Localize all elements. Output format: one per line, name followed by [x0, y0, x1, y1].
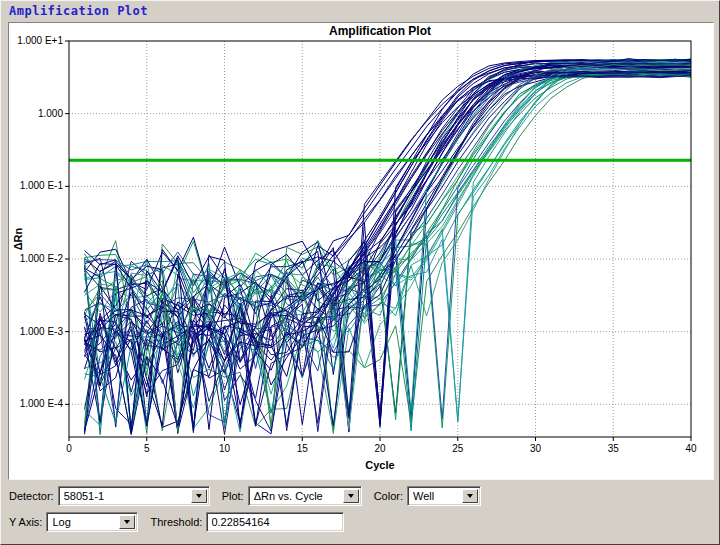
- amplification-plot-window: Amplification Plot 05101520253035401.000…: [0, 0, 720, 545]
- plot-label: Plot:: [222, 490, 244, 502]
- window-title: Amplification Plot: [9, 4, 148, 18]
- threshold-input[interactable]: [206, 512, 344, 532]
- chart-panel: 05101520253035401.000 E+11.0001.000 E-11…: [8, 22, 714, 480]
- chevron-down-icon: [467, 494, 473, 498]
- amplification-curve: [85, 69, 692, 433]
- threshold-label: Threshold:: [150, 516, 202, 528]
- controls-row-2: Y Axis: Log Threshold:: [1, 511, 720, 533]
- amplification-curve: [85, 60, 692, 432]
- y-axis-label: ΔRn: [12, 227, 24, 250]
- y-tick-label: 1.000 E-4: [20, 398, 64, 409]
- chevron-down-icon: [124, 520, 130, 524]
- y-tick-label: 1.000 E-1: [20, 180, 64, 191]
- amplification-curve: [85, 64, 692, 426]
- amplification-curve: [85, 72, 692, 420]
- amplification-curve: [85, 62, 692, 431]
- plot-value: ΔRn vs. Cycle: [249, 487, 341, 505]
- chart-title: Amplification Plot: [329, 24, 431, 38]
- chevron-down-icon: [348, 494, 354, 498]
- amplification-curve: [85, 68, 692, 434]
- amplification-curve: [85, 60, 692, 434]
- amplification-curve: [85, 60, 692, 430]
- amplification-plot-chart[interactable]: 05101520253035401.000 E+11.0001.000 E-11…: [9, 23, 713, 479]
- detector-label: Detector:: [9, 490, 54, 502]
- y-axis-label-control: Y Axis:: [9, 516, 42, 528]
- controls-row-1: Detector: 58051-1 Plot: ΔRn vs. Cycle Co…: [1, 485, 720, 507]
- x-tick-label: 15: [297, 443, 309, 454]
- x-tick-label: 10: [219, 443, 231, 454]
- amplification-curve: [85, 64, 692, 424]
- color-label: Color:: [374, 490, 403, 502]
- chevron-down-icon[interactable]: [119, 515, 135, 529]
- x-tick-label: 25: [452, 443, 464, 454]
- y-tick-label: 1.000 E-3: [20, 326, 64, 337]
- chevron-down-icon[interactable]: [191, 489, 207, 503]
- x-tick-label: 30: [530, 443, 542, 454]
- x-tick-label: 20: [374, 443, 386, 454]
- amplification-curve: [85, 74, 692, 427]
- x-axis-label: Cycle: [365, 459, 394, 471]
- x-tick-label: 40: [685, 443, 697, 454]
- y-tick-label: 1.000: [38, 108, 63, 119]
- x-tick-label: 0: [66, 443, 72, 454]
- y-tick-label: 1.000 E+1: [17, 35, 63, 46]
- chevron-down-icon[interactable]: [462, 489, 478, 503]
- chevron-down-icon: [196, 494, 202, 498]
- y-axis-dropdown[interactable]: Log: [46, 512, 138, 532]
- chevron-down-icon[interactable]: [343, 489, 359, 503]
- plot-dropdown[interactable]: ΔRn vs. Cycle: [248, 486, 362, 506]
- detector-value: 58051-1: [59, 487, 189, 505]
- y-tick-label: 1.000 E-2: [20, 253, 64, 264]
- detector-dropdown[interactable]: 58051-1: [58, 486, 210, 506]
- amplification-curve: [85, 60, 692, 430]
- amplification-curve: [85, 64, 692, 428]
- color-value: Well: [408, 487, 460, 505]
- x-tick-label: 35: [608, 443, 620, 454]
- amplification-curve: [85, 62, 692, 431]
- color-dropdown[interactable]: Well: [407, 486, 481, 506]
- x-tick-label: 5: [144, 443, 150, 454]
- y-axis-value: Log: [47, 513, 117, 531]
